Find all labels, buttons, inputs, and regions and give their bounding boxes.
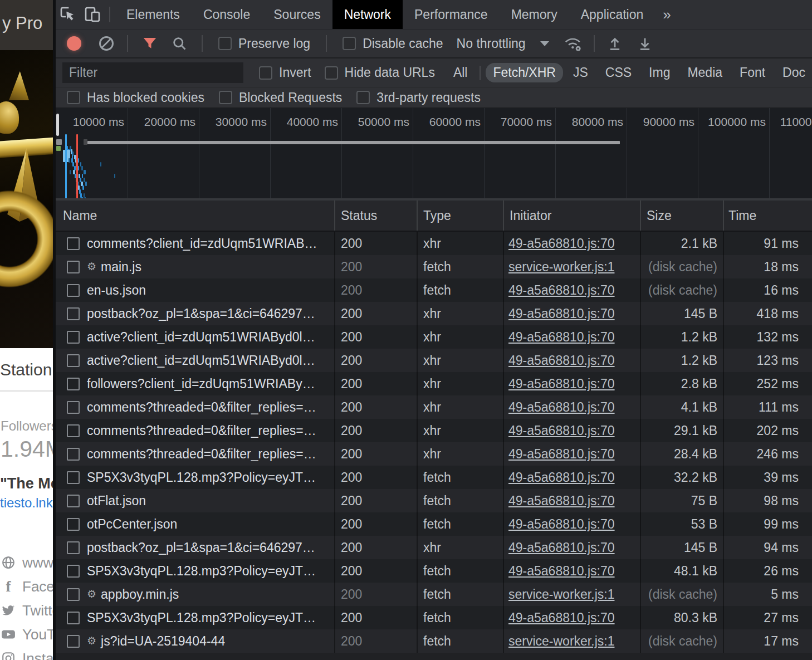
row-checkbox[interactable] [67, 424, 80, 437]
table-row[interactable]: ⚙ comments?client_id=zdUqm51WRIAB… 200 x… [56, 232, 812, 255]
filter-chip-js[interactable]: JS [566, 63, 595, 82]
preserve-log-checkbox[interactable] [218, 37, 232, 50]
request-initiator-link[interactable]: service-worker.js:1 [508, 587, 614, 602]
filter-chip-css[interactable]: CSS [598, 63, 639, 82]
request-initiator-link[interactable]: 49-a5a68810.js:70 [508, 330, 615, 344]
hide-data-urls-checkbox[interactable] [325, 66, 338, 80]
request-initiator-link[interactable]: 49-a5a68810.js:70 [508, 564, 615, 578]
social-link-youtube[interactable]: YouTu [1, 627, 53, 642]
column-header-name[interactable]: Name [56, 201, 335, 231]
row-checkbox[interactable] [67, 378, 80, 390]
request-initiator-link[interactable]: 49-a5a68810.js:70 [508, 447, 615, 461]
tab-memory[interactable]: Memory [500, 0, 569, 29]
3rd-party-requests-checkbox[interactable] [356, 91, 370, 104]
filter-chip-media[interactable]: Media [680, 63, 730, 82]
filter-chip-img[interactable]: Img [642, 63, 677, 82]
network-conditions-icon[interactable] [564, 35, 583, 52]
request-initiator-link[interactable]: 49-a5a68810.js:70 [508, 517, 615, 531]
invert-checkbox[interactable] [259, 66, 272, 80]
request-initiator-link[interactable]: 49-a5a68810.js:70 [508, 540, 615, 555]
table-row[interactable]: ⚙ active?client_id=zdUqm51WRIAByd0l… 200… [56, 325, 812, 349]
disable-cache-checkbox[interactable] [343, 37, 356, 50]
row-checkbox[interactable] [67, 541, 80, 554]
table-row[interactable]: ⚙ SP5X3v3tyqPL.128.mp3?Policy=eyJT… 200 … [56, 466, 812, 489]
request-initiator-link[interactable]: 49-a5a68810.js:70 [508, 236, 615, 251]
search-icon[interactable] [172, 36, 187, 51]
tab-console[interactable]: Console [192, 0, 262, 29]
table-row[interactable]: ⚙ postback?oz_pl=1&spa=1&ci=646297… 200 … [56, 536, 812, 559]
column-header-type[interactable]: Type [418, 201, 504, 231]
table-row[interactable]: ⚙ comments?threaded=0&filter_replies=… 2… [56, 442, 812, 466]
table-row[interactable]: ⚙ comments?threaded=0&filter_replies=… 2… [56, 419, 812, 442]
row-checkbox[interactable] [67, 307, 80, 320]
throttling-dropdown[interactable]: No throttling [457, 36, 549, 51]
filter-chip-doc[interactable]: Doc [775, 63, 812, 82]
table-row[interactable]: ⚙ postback?oz_pl=1&spa=1&ci=646297… 200 … [56, 302, 812, 325]
clear-network-log-icon[interactable] [99, 36, 114, 51]
row-checkbox[interactable] [67, 495, 80, 507]
row-checkbox[interactable] [67, 612, 80, 624]
table-row[interactable]: ⚙ active?client_id=zdUqm51WRIAByd0l… 200… [56, 349, 812, 372]
row-checkbox[interactable] [67, 448, 80, 461]
import-har-icon[interactable] [607, 36, 623, 51]
row-checkbox[interactable] [67, 354, 80, 367]
request-initiator-link[interactable]: 49-a5a68810.js:70 [508, 283, 615, 297]
filter-icon[interactable] [141, 35, 158, 52]
device-toolbar-button[interactable] [80, 0, 105, 29]
tab-application[interactable]: Application [569, 0, 656, 29]
request-initiator-link[interactable]: 49-a5a68810.js:70 [508, 493, 615, 508]
table-row[interactable]: ⚙ en-us.json 200 fetch 49-a5a68810.js:70… [56, 278, 812, 302]
request-initiator-link[interactable]: service-worker.js:1 [508, 260, 614, 274]
row-checkbox[interactable] [67, 331, 80, 344]
table-row[interactable]: ⚙ SP5X3v3tyqPL.128.mp3?Policy=eyJT… 200 … [56, 606, 812, 629]
table-row[interactable]: ⚙ js?id=UA-2519404-44 200 fetch service-… [56, 629, 812, 653]
export-har-icon[interactable] [637, 36, 653, 51]
column-header-initiator[interactable]: Initiator [504, 201, 641, 231]
blocked-requests-checkbox[interactable] [219, 91, 232, 104]
has-blocked-cookies-checkbox[interactable] [67, 91, 80, 104]
row-checkbox[interactable] [67, 635, 80, 648]
row-checkbox[interactable] [67, 237, 80, 250]
row-checkbox[interactable] [67, 261, 80, 273]
request-initiator-link[interactable]: 49-a5a68810.js:70 [508, 470, 615, 485]
row-checkbox[interactable] [67, 471, 80, 484]
request-initiator-link[interactable]: 49-a5a68810.js:70 [508, 353, 615, 368]
filter-chip-font[interactable]: Font [732, 63, 772, 82]
record-network-log-button[interactable] [67, 36, 81, 51]
row-checkbox[interactable] [67, 565, 80, 578]
table-row[interactable]: ⚙ otFlat.json 200 fetch 49-a5a68810.js:7… [56, 489, 812, 512]
inspect-element-button[interactable] [56, 0, 80, 29]
tab-elements[interactable]: Elements [115, 0, 192, 29]
more-tabs-button[interactable]: » [655, 0, 678, 29]
table-row[interactable]: ⚙ followers?client_id=zdUqm51WRIABy… 200… [56, 372, 812, 395]
row-checkbox[interactable] [67, 284, 80, 297]
filter-input[interactable] [62, 62, 243, 83]
tab-sources[interactable]: Sources [262, 0, 332, 29]
column-header-status[interactable]: Status [335, 201, 418, 231]
tab-performance[interactable]: Performance [403, 0, 500, 29]
row-checkbox[interactable] [67, 401, 80, 414]
network-overview[interactable]: 10000 ms20000 ms30000 ms40000 ms50000 ms… [56, 108, 812, 201]
table-row[interactable]: ⚙ main.js 200 fetch service-worker.js:1 … [56, 255, 812, 278]
table-row[interactable]: ⚙ comments?threaded=0&filter_replies=… 2… [56, 395, 812, 419]
social-link-facebook[interactable]: f Faceb [1, 579, 53, 594]
table-row[interactable]: ⚙ appboy.min.js 200 fetch service-worker… [56, 583, 812, 606]
bio-link[interactable]: tiesto.lnk [0, 495, 53, 511]
request-initiator-link[interactable]: 49-a5a68810.js:70 [508, 423, 615, 438]
column-header-time[interactable]: Time [724, 201, 812, 231]
request-initiator-link[interactable]: 49-a5a68810.js:70 [508, 610, 615, 625]
request-initiator-link[interactable]: 49-a5a68810.js:70 [508, 400, 615, 414]
social-link-twitter[interactable]: Twitte [1, 603, 53, 618]
column-header-size[interactable]: Size [641, 201, 724, 231]
request-initiator-link[interactable]: 49-a5a68810.js:70 [508, 377, 615, 391]
nav-item-station[interactable]: Station [0, 360, 52, 379]
social-link-instagram[interactable]: Insta [1, 651, 53, 660]
row-checkbox[interactable] [67, 518, 80, 531]
request-initiator-link[interactable]: service-worker.js:1 [508, 634, 614, 648]
filter-chip-all[interactable]: All [446, 63, 475, 82]
table-row[interactable]: ⚙ SP5X3v3tyqPL.128.mp3?Policy=eyJT… 200 … [56, 559, 812, 583]
request-initiator-link[interactable]: 49-a5a68810.js:70 [508, 306, 615, 321]
filter-chip-fetch-xhr[interactable]: Fetch/XHR [486, 63, 562, 82]
social-link-website[interactable]: www.t [1, 555, 53, 570]
row-checkbox[interactable] [67, 588, 80, 601]
